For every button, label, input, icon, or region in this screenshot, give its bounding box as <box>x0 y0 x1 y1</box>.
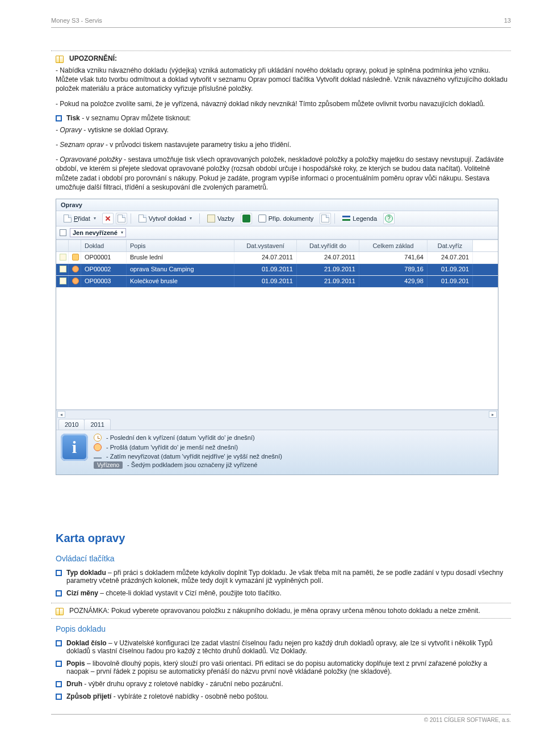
col-flag[interactable] <box>56 240 69 251</box>
row-flag-icon <box>60 254 66 261</box>
scroll-right-icon[interactable]: ▸ <box>489 411 497 418</box>
col-status[interactable] <box>69 240 81 251</box>
bullet-zpusob-prijeti: Způsob přijetí - vybíráte z roletové nab… <box>66 692 269 700</box>
flame-icon <box>94 443 102 451</box>
square-bullet-icon <box>56 590 62 597</box>
app-title: Opravy <box>56 199 498 211</box>
table-row[interactable]: OP00003Kolečkové brusle01.09.201121.09.2… <box>56 276 498 288</box>
heading-ovladaci-tlacitka: Ovládací tlačítka <box>56 554 511 563</box>
table-row[interactable]: OP00002oprava Stanu Camping01.09.201121.… <box>56 264 498 276</box>
links-button[interactable]: Vazby <box>203 213 238 224</box>
attachments-button[interactable]: Přip. dokumenty <box>254 213 317 224</box>
legend-line: - Šedým podkladem jsou označeny již vyří… <box>127 461 257 468</box>
doc-header-pageno: 13 <box>504 17 511 24</box>
info-icon: i <box>61 434 88 461</box>
data-grid: Doklad Popis Dat.vystavení Dat.vyřídit d… <box>56 240 498 419</box>
square-bullet-icon <box>56 681 62 687</box>
legend-line: - Prošlá (datum 'vyřídit do' je menší ne… <box>106 444 238 451</box>
row-flag-icon <box>60 278 66 284</box>
bullet-popis: Popis – libovolně dlouhý popis, který sl… <box>66 660 511 675</box>
dash-icon <box>94 457 102 459</box>
copy-button[interactable] <box>116 213 127 224</box>
note-text: POZNÁMKA: Pokud vyberete opravovanou pol… <box>69 607 480 615</box>
book-icon <box>56 608 64 614</box>
row-flag-icon <box>60 266 66 272</box>
help-icon: ? <box>385 215 393 222</box>
heading-karta-opravy: Karta opravy <box>56 532 511 545</box>
help-button[interactable]: ? <box>383 213 395 224</box>
col-doklad[interactable]: Doklad <box>81 240 127 251</box>
grid-header: Doklad Popis Dat.vystavení Dat.vyřídit d… <box>56 240 498 252</box>
print-icon <box>321 215 329 222</box>
clock-icon <box>94 434 102 442</box>
square-bullet-icon <box>56 640 62 646</box>
square-bullet-icon <box>56 694 62 700</box>
bullet-cizi-meny: Cizí měny – chcete-li doklad vystavit v … <box>66 589 282 597</box>
x-icon <box>104 215 112 222</box>
year-tab[interactable]: 2011 <box>84 419 110 430</box>
app-window: Opravy PPřidatřidat▾ Vytvoř doklad▾ Vazb… <box>56 199 498 475</box>
excel-icon <box>242 215 250 222</box>
add-button[interactable]: PPřidatřidat▾ <box>60 213 100 224</box>
filter-row: Jen nevyřízené▾ <box>56 226 498 240</box>
tisk-lead: Tisk - v seznamu Oprav můžete tisknout: <box>66 114 191 122</box>
square-bullet-icon <box>56 115 62 121</box>
copy-icon <box>118 215 125 222</box>
tisk-li1: - Opravy - vytiskne se doklad Opravy. <box>56 125 511 135</box>
col-popis[interactable]: Popis <box>127 240 234 251</box>
heading-popis-dokladu: Popis dokladu <box>56 624 511 633</box>
clock-icon <box>72 254 79 261</box>
flame-icon <box>72 278 79 284</box>
legend-panel: i - Poslední den k vyřízení (datum 'vyří… <box>56 430 498 474</box>
warning-p2: - Pokud na položce zvolíte sami, že je v… <box>56 99 511 108</box>
year-tab[interactable]: 2010 <box>58 419 85 430</box>
filter-combo[interactable]: Jen nevyřízené▾ <box>70 228 126 237</box>
col-celkem[interactable]: Celkem základ <box>359 240 427 251</box>
create-doc-button[interactable]: Vytvoř doklad▾ <box>135 213 196 224</box>
square-bullet-icon <box>56 661 62 667</box>
bullet-doklad-cislo: Doklad číslo – v Uživatelské konfiguraci… <box>66 639 511 655</box>
col-dat-vyr-do[interactable]: Dat.vyřídit do <box>297 240 359 251</box>
legend-button[interactable]: Legenda <box>338 213 381 224</box>
warning-p1: - Nabídka vzniku návazného dokladu (výde… <box>56 66 511 94</box>
paperclip-icon <box>258 215 266 222</box>
book-icon <box>56 56 64 62</box>
legend-icon <box>342 215 350 222</box>
doc-header-title: Money S3 - Servis <box>51 17 102 24</box>
year-tabs: 2010 2011 <box>56 419 498 430</box>
footer-copyright: © 2011 CÍGLER SOFTWARE, a.s. <box>424 717 511 723</box>
done-badge: Vyřízeno <box>94 461 123 469</box>
bullet-typ-dokladu: Typ dokladu – při práci s dokladem můžet… <box>66 569 511 585</box>
links-icon <box>207 215 215 222</box>
bullet-druh: Druh - výběr druhu opravy z roletové nab… <box>66 680 283 688</box>
legend-line: - Poslední den k vyřízení (datum 'vyřídi… <box>106 434 255 441</box>
tisk-li3: - Opravované položky - sestava umožňuje … <box>56 155 511 192</box>
square-bullet-icon <box>56 570 62 576</box>
col-dat-vyst[interactable]: Dat.vystavení <box>234 240 297 251</box>
col-dat-vyriz[interactable]: Dat.vyříz <box>427 240 473 251</box>
doc-icon <box>139 215 146 222</box>
legend-line: - Zatím nevyřizovat (datum 'vyřídit nejd… <box>106 453 282 460</box>
warning-label: UPOZORNĚNÍ: <box>69 54 117 62</box>
toolbar: PPřidatřidat▾ Vytvoř doklad▾ Vazby Přip.… <box>56 211 498 226</box>
page-icon <box>64 215 72 222</box>
print-button[interactable] <box>320 213 331 224</box>
scroll-left-icon[interactable]: ◂ <box>57 411 65 418</box>
table-row[interactable]: OP00001Brusle lední24.07.201124.07.20117… <box>56 252 498 264</box>
h-scrollbar[interactable]: ◂ ▸ <box>56 410 498 419</box>
filter-checkbox[interactable] <box>60 229 66 236</box>
xls-button[interactable] <box>241 213 252 224</box>
tisk-li2: - Seznam oprav - v průvodci tiskem nasta… <box>56 140 511 149</box>
flame-icon <box>72 266 79 272</box>
delete-button[interactable] <box>102 213 114 224</box>
